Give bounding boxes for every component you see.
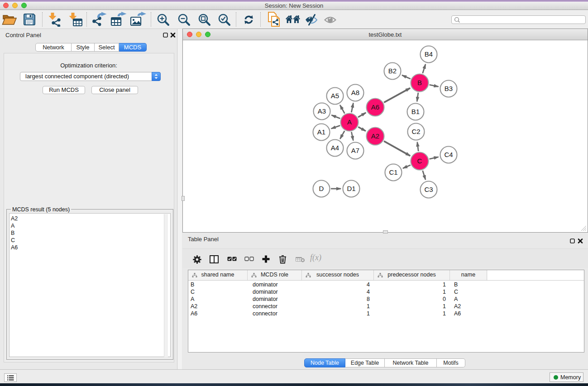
svg-text:B1: B1 [411,108,420,115]
svg-text:C: C [417,157,422,165]
svg-text:C3: C3 [424,186,433,193]
svg-text:B2: B2 [388,67,397,75]
svg-text:A: A [347,118,352,126]
svg-text:A2: A2 [371,132,379,140]
svg-text:A8: A8 [351,89,359,96]
svg-text:B: B [417,79,422,86]
svg-text:A4: A4 [331,144,339,152]
svg-text:C2: C2 [411,128,420,135]
svg-text:A5: A5 [331,92,339,100]
svg-text:B3: B3 [445,85,453,92]
svg-text:D: D [319,185,324,192]
svg-text:C1: C1 [389,168,397,176]
svg-text:D1: D1 [347,185,355,192]
svg-text:A1: A1 [317,128,325,136]
svg-text:C4: C4 [444,151,453,158]
svg-text:A6: A6 [371,103,379,111]
svg-text:A3: A3 [318,107,326,115]
svg-text:B4: B4 [425,50,433,58]
svg-text:A7: A7 [351,147,359,154]
